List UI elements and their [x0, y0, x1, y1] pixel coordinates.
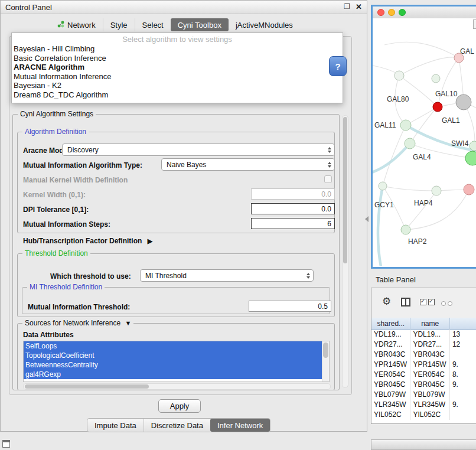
- menu-item-aracne[interactable]: ARACNE Algorithm: [12, 63, 343, 72]
- cell: YLR345W: [371, 400, 410, 410]
- mi-algorithm-type-select[interactable]: Naive Bayes: [161, 158, 335, 171]
- chevron-down-icon[interactable]: ▼: [125, 319, 131, 327]
- network-graph: GAL GAL80 GAL10 GAL1 GAL11 SWI4 GAL4 GCY…: [373, 18, 476, 266]
- table-row[interactable]: YPR145W YPR145W 9.: [371, 360, 476, 370]
- tab-style[interactable]: Style: [103, 18, 135, 31]
- network-node[interactable]: [464, 184, 474, 195]
- close-icon[interactable]: ✕: [356, 2, 362, 11]
- menu-item-mutual-information[interactable]: Mutual Information Inference: [12, 72, 343, 81]
- tab-jactivemodules-label: jActiveMNodules: [236, 21, 293, 30]
- list-item-betweennesscentrality[interactable]: BetweennessCentrality: [24, 360, 322, 370]
- tab-select[interactable]: Select: [135, 18, 171, 31]
- hub-section-label[interactable]: Hub/Transcription Factor Definition ▶: [23, 237, 152, 245]
- menu-item-basic-correlation[interactable]: Basic Correlation Inference: [12, 54, 343, 63]
- data-attributes-list[interactable]: SelfLoops TopologicalCoefficient Between…: [23, 341, 330, 382]
- tab-network[interactable]: Network: [50, 18, 103, 31]
- node-label: GAL11: [374, 121, 396, 129]
- mi-steps-field[interactable]: 6: [251, 218, 335, 229]
- table-row[interactable]: YDR27... YDR27... 12: [371, 340, 476, 350]
- tab-impute-data[interactable]: Impute Data: [87, 419, 144, 432]
- menu-item-dream8[interactable]: Dream8 DC_TDC Algorithm: [12, 90, 343, 100]
- cell: YPR145W: [410, 360, 449, 370]
- mi-algorithm-type-value: Naive Bayes: [167, 161, 206, 169]
- help-button[interactable]: ?: [329, 56, 347, 76]
- sources-group-title[interactable]: Sources for Network Inference ▼: [22, 319, 133, 327]
- apply-button[interactable]: Apply: [158, 399, 201, 413]
- network-node[interactable]: [433, 102, 442, 112]
- column-selector-icon[interactable]: [401, 298, 410, 306]
- deselect-all-icon[interactable]: [441, 299, 454, 304]
- attribute-rows: SelfLoops TopologicalCoefficient Between…: [24, 341, 322, 379]
- select-all-icon[interactable]: [420, 299, 436, 305]
- list-item-topologicalcoefficient[interactable]: TopologicalCoefficient: [24, 351, 322, 360]
- network-node[interactable]: [432, 186, 441, 195]
- tab-infer-network[interactable]: Infer Network: [210, 419, 270, 432]
- float-window-icon[interactable]: ❐: [344, 2, 350, 11]
- list-horizontal-scrollbar[interactable]: [23, 383, 331, 390]
- list-item-selfloops[interactable]: SelfLoops: [24, 341, 322, 351]
- column-header-name[interactable]: name: [410, 318, 449, 330]
- hub-section-text: Hub/Transcription Factor Definition: [23, 237, 142, 245]
- settings-vertical-scrollbar[interactable]: [342, 115, 348, 388]
- tab-jactivemodules[interactable]: jActiveMNodules: [229, 18, 300, 31]
- scrollbar-thumb[interactable]: [25, 384, 149, 389]
- tab-discretize-data[interactable]: Discretize Data: [144, 419, 210, 432]
- node-label: GAL: [460, 47, 474, 56]
- kernel-width-field[interactable]: 0.0: [251, 188, 335, 200]
- chevron-right-icon[interactable]: ▶: [148, 237, 152, 244]
- aracne-mode-select[interactable]: Discovery: [62, 144, 335, 156]
- network-node[interactable]: [465, 151, 476, 165]
- which-threshold-label: Which threshold to use:: [50, 272, 131, 281]
- cell: 9.: [450, 400, 476, 410]
- restore-panel-icon[interactable]: [2, 440, 10, 448]
- birdseye-toggle-icon[interactable]: [473, 19, 476, 29]
- mi-threshold-field[interactable]: 0.5: [249, 301, 331, 312]
- close-traffic-light-icon[interactable]: [377, 9, 384, 16]
- manual-kernel-width-checkbox[interactable]: [324, 175, 332, 183]
- menu-item-bayesian-hill-climbing[interactable]: Bayesian - Hill Climbing: [12, 44, 343, 54]
- scrollbar-thumb[interactable]: [323, 343, 328, 358]
- tab-select-label: Select: [142, 21, 164, 30]
- control-panel-titlebar[interactable]: Control Panel ❐ ✕: [1, 1, 367, 14]
- network-node[interactable]: [405, 138, 415, 149]
- zoom-traffic-light-icon[interactable]: [399, 9, 406, 16]
- dropdown-arrows-icon: [307, 270, 310, 281]
- panel-collapse-handle[interactable]: [365, 216, 369, 222]
- network-node[interactable]: [400, 120, 411, 131]
- network-node[interactable]: [456, 94, 471, 110]
- table-row[interactable]: YER054C YER054C 8.: [371, 370, 476, 380]
- minimize-traffic-light-icon[interactable]: [388, 9, 395, 16]
- table-row[interactable]: YLR345W YLR345W 9.: [371, 400, 476, 410]
- table-row[interactable]: YBR043C YBR043C: [371, 350, 476, 360]
- network-node[interactable]: [470, 141, 476, 151]
- network-canvas[interactable]: GAL GAL80 GAL10 GAL1 GAL11 SWI4 GAL4 GCY…: [373, 18, 476, 267]
- table-row[interactable]: YBL079W YBL079W: [371, 390, 476, 400]
- dpi-tolerance-field[interactable]: 0.0: [251, 203, 335, 214]
- algorithm-definition-title: Algorithm Definition: [22, 128, 89, 136]
- cell: YDL19...: [371, 330, 410, 340]
- table-row[interactable]: YIL052C YIL052C: [371, 410, 476, 420]
- list-vertical-scrollbar[interactable]: [322, 341, 329, 381]
- cell: YDR27...: [371, 340, 410, 350]
- manual-kernel-width-label: Manual Kernel Width Definition: [23, 176, 128, 184]
- network-window-titlebar[interactable]: [373, 6, 476, 19]
- network-node[interactable]: [395, 71, 404, 80]
- column-header-extra[interactable]: [450, 318, 476, 330]
- which-threshold-select[interactable]: MI Threshold: [140, 269, 314, 282]
- dpi-tolerance-value: 0.0: [321, 205, 331, 213]
- table-header-row: shared... name: [371, 318, 476, 330]
- gear-icon[interactable]: ⚙: [382, 295, 391, 308]
- network-node[interactable]: [379, 182, 387, 190]
- list-item-gal4rgexp[interactable]: gal4RGexp: [24, 370, 322, 379]
- menu-item-bayesian-k2[interactable]: Bayesian - K2: [12, 81, 343, 90]
- table-row[interactable]: YBR045C YBR045C 9.: [371, 380, 476, 390]
- node-label: GAL4: [413, 153, 431, 161]
- apply-button-label: Apply: [170, 402, 190, 410]
- column-header-shared-name[interactable]: shared...: [371, 318, 410, 330]
- network-node[interactable]: [401, 225, 410, 234]
- tab-cyni-toolbox[interactable]: Cyni Toolbox: [171, 18, 229, 31]
- scrollbar-thumb[interactable]: [343, 117, 347, 263]
- table-row[interactable]: YDL19... YDL19... 13: [371, 330, 476, 340]
- collapsed-panel-bar[interactable]: [371, 439, 476, 450]
- network-node[interactable]: [432, 74, 440, 83]
